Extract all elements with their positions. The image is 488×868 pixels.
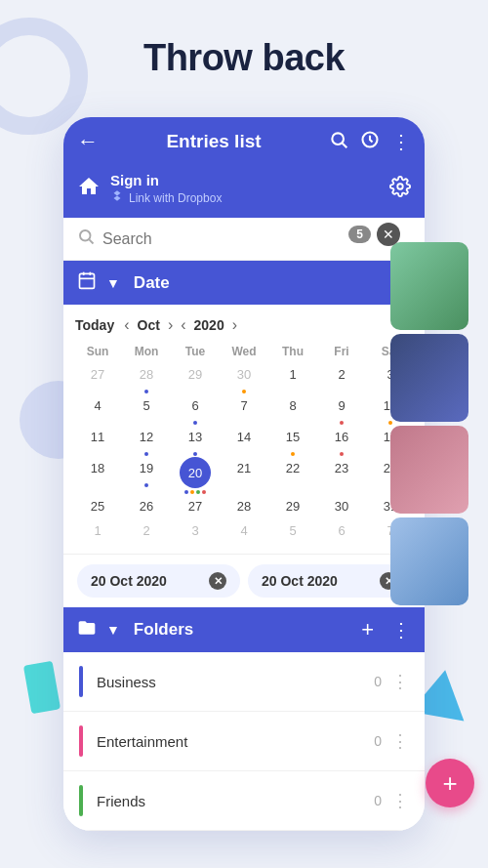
thumbnail-panel bbox=[390, 242, 478, 605]
calendar-day[interactable]: 13 bbox=[171, 426, 220, 457]
calendar-day[interactable]: 26 bbox=[122, 495, 171, 519]
folder-color-bar bbox=[79, 785, 83, 816]
calendar-day[interactable]: 4 bbox=[73, 394, 122, 426]
date-to-badge[interactable]: 20 Oct 2020 ✕ bbox=[248, 564, 411, 598]
calendar: Today ‹ Oct › ‹ 2020 › Sun Mon Tue Wed T… bbox=[63, 305, 425, 554]
date-range-row: 20 Oct 2020 ✕ 20 Oct 2020 ✕ bbox=[63, 554, 425, 607]
counter-badge: 5 bbox=[348, 226, 371, 243]
calendar-day[interactable]: 25 bbox=[73, 495, 122, 519]
calendar-day[interactable]: 29 bbox=[268, 495, 317, 519]
dropbox-icon bbox=[110, 189, 124, 206]
year-next-arrow[interactable]: › bbox=[230, 316, 239, 334]
cal-week-5: 1234567 bbox=[73, 519, 415, 544]
date-section-title: Date bbox=[134, 273, 170, 293]
folder-more-button[interactable]: ⋮ bbox=[391, 671, 409, 692]
today-label[interactable]: Today bbox=[75, 317, 114, 333]
calendar-day[interactable]: 6 bbox=[171, 394, 220, 426]
search-icon[interactable] bbox=[329, 130, 348, 154]
folders-add-button[interactable]: + bbox=[361, 617, 374, 642]
signin-row: Sign in Link with Dropbox bbox=[63, 164, 425, 218]
date-from-badge[interactable]: 20 Oct 2020 ✕ bbox=[77, 564, 240, 598]
calendar-day[interactable]: 14 bbox=[220, 426, 268, 457]
cal-week-2: 11121314151617 bbox=[73, 426, 415, 457]
thumbnail-3 bbox=[390, 426, 468, 514]
date-section-chevron[interactable]: ▼ bbox=[106, 275, 120, 291]
date-section-icon bbox=[77, 270, 97, 295]
calendar-day[interactable]: 23 bbox=[317, 457, 366, 495]
calendar-day[interactable]: 12 bbox=[122, 426, 171, 457]
thumbnail-4 bbox=[390, 517, 468, 605]
calendar-header-row: Sun Mon Tue Wed Thu Fri Sat bbox=[73, 342, 415, 361]
month-next-arrow[interactable]: › bbox=[166, 316, 175, 334]
month-prev-arrow[interactable]: ‹ bbox=[122, 316, 131, 334]
calendar-day[interactable]: 27 bbox=[171, 495, 220, 519]
calendar-day[interactable]: 4 bbox=[220, 519, 268, 544]
calendar-day[interactable]: 27 bbox=[73, 363, 122, 394]
date-from-text: 20 Oct 2020 bbox=[91, 573, 167, 589]
folder-name: Entertainment bbox=[97, 733, 374, 750]
folder-item[interactable]: Friends 0 ⋮ bbox=[63, 771, 425, 831]
calendar-day[interactable]: 18 bbox=[73, 457, 122, 495]
calendar-day[interactable]: 22 bbox=[268, 457, 317, 495]
col-mon: Mon bbox=[122, 342, 171, 361]
search-bar-icon bbox=[77, 227, 95, 250]
calendar-day[interactable]: 28 bbox=[122, 363, 171, 394]
col-fri: Fri bbox=[317, 342, 366, 361]
cal-week-0: 27282930123 bbox=[73, 363, 415, 394]
calendar-day[interactable]: 19 bbox=[122, 457, 171, 495]
history-icon[interactable] bbox=[360, 130, 380, 154]
back-button[interactable]: ← bbox=[77, 129, 99, 154]
year-prev-arrow[interactable]: ‹ bbox=[179, 316, 187, 334]
calendar-day[interactable]: 8 bbox=[268, 394, 317, 426]
calendar-day[interactable]: 5 bbox=[268, 519, 317, 544]
calendar-day[interactable]: 3 bbox=[171, 519, 220, 544]
folders-icon bbox=[77, 618, 97, 642]
calendar-day[interactable]: 16 bbox=[317, 426, 366, 457]
calendar-day[interactable]: 30 bbox=[317, 495, 366, 519]
col-thu: Thu bbox=[268, 342, 317, 361]
col-wed: Wed bbox=[220, 342, 268, 361]
folder-more-button[interactable]: ⋮ bbox=[391, 790, 409, 811]
header-icons: ⋮ bbox=[329, 130, 411, 154]
calendar-day[interactable]: 2 bbox=[122, 519, 171, 544]
date-section-header: ▼ Date bbox=[63, 261, 425, 305]
calendar-day[interactable]: 1 bbox=[268, 363, 317, 394]
bg-decoration-teal bbox=[23, 661, 61, 714]
dropbox-text: Link with Dropbox bbox=[129, 191, 222, 205]
close-panel-button[interactable]: ✕ bbox=[377, 223, 400, 246]
calendar-day[interactable]: 5 bbox=[122, 394, 171, 426]
folder-name: Business bbox=[97, 674, 374, 690]
calendar-nav: Today ‹ Oct › ‹ 2020 › bbox=[73, 312, 415, 342]
calendar-day[interactable]: 30 bbox=[220, 363, 268, 394]
folder-count: 0 bbox=[374, 674, 382, 689]
calendar-day[interactable]: 21 bbox=[220, 457, 268, 495]
folders-chevron[interactable]: ▼ bbox=[106, 622, 120, 638]
folders-section-header: ▼ Folders + ⋮ bbox=[63, 607, 425, 652]
calendar-day[interactable]: 7 bbox=[220, 394, 268, 426]
svg-rect-6 bbox=[80, 273, 95, 288]
calendar-day[interactable]: 2 bbox=[317, 363, 366, 394]
calendar-day[interactable]: 9 bbox=[317, 394, 366, 426]
svg-line-5 bbox=[89, 239, 93, 243]
home-icon bbox=[77, 175, 101, 204]
date-from-clear[interactable]: ✕ bbox=[209, 572, 226, 590]
calendar-body: 2728293012345678910111213141516171819202… bbox=[73, 363, 415, 544]
folder-item[interactable]: Business 0 ⋮ bbox=[63, 652, 425, 712]
folder-more-button[interactable]: ⋮ bbox=[391, 730, 409, 752]
folder-item[interactable]: Entertainment 0 ⋮ bbox=[63, 712, 425, 771]
cal-week-4: 25262728293031 bbox=[73, 495, 415, 519]
folder-color-bar bbox=[79, 725, 83, 757]
signin-info: Sign in Link with Dropbox bbox=[110, 172, 380, 206]
more-icon[interactable]: ⋮ bbox=[391, 130, 411, 153]
fab-button[interactable]: + bbox=[426, 759, 474, 807]
folders-more-button[interactable]: ⋮ bbox=[391, 618, 411, 641]
calendar-day[interactable]: 11 bbox=[73, 426, 122, 457]
calendar-day[interactable]: 20 bbox=[171, 457, 220, 495]
settings-icon[interactable] bbox=[389, 176, 411, 202]
calendar-day[interactable]: 6 bbox=[317, 519, 366, 544]
calendar-day[interactable]: 28 bbox=[220, 495, 268, 519]
calendar-day[interactable]: 29 bbox=[171, 363, 220, 394]
folders-title: Folders bbox=[134, 620, 351, 640]
calendar-day[interactable]: 1 bbox=[73, 519, 122, 544]
calendar-day[interactable]: 15 bbox=[268, 426, 317, 457]
